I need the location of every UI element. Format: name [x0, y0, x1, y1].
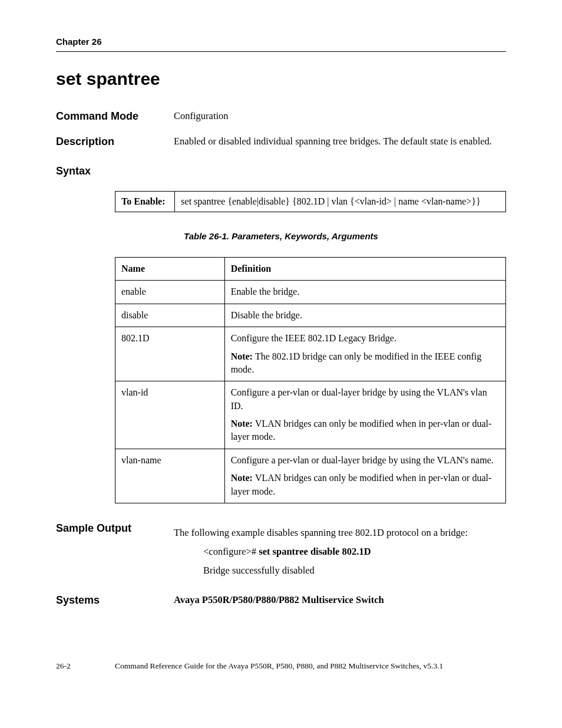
param-definition-text: Configure a per-vlan or dual-layer bridg…	[231, 386, 500, 413]
sample-output-row: Sample Output The following example disa…	[56, 521, 506, 582]
sample-output-result: Bridge successfully disabled	[203, 564, 506, 578]
table-row: enableEnable the bridge.	[115, 281, 506, 304]
footer-page: 26-2	[56, 661, 115, 672]
systems-value: Avaya P550R/P580/P880/P882 Multiservice …	[174, 593, 506, 607]
param-note: Note: VLAN bridges can only be modified …	[231, 472, 500, 498]
param-definition-text: Configure a per-vlan or dual-layer bridg…	[231, 454, 500, 467]
chapter-header: Chapter 26	[56, 35, 506, 48]
footer-text: Command Reference Guide for the Avaya P5…	[115, 661, 443, 672]
sample-output-command-line: <configure># set spantree disable 802.1D	[203, 545, 506, 559]
param-note: Note: The 802.1D bridge can only be modi…	[231, 350, 500, 377]
note-label: Note:	[231, 351, 255, 361]
command-mode-label: Command Mode	[56, 109, 174, 124]
syntax-row: To Enable: set spantree {enable|disable}…	[115, 191, 506, 212]
table-row: disableDisable the bridge.	[115, 304, 506, 327]
description-value: Enabled or disabled individual spanning …	[174, 134, 506, 149]
table-caption: Table 26-1. Parameters, Keywords, Argume…	[56, 230, 506, 242]
param-definition-text: Enable the bridge.	[231, 285, 500, 298]
sample-output-prompt: <configure>#	[203, 546, 259, 557]
param-definition-text: Disable the bridge.	[231, 309, 500, 322]
note-text: VLAN bridges can only be modified when i…	[231, 419, 492, 442]
param-definition: Enable the bridge.	[224, 281, 505, 304]
table-row: vlan-nameConfigure a per-vlan or dual-la…	[115, 449, 506, 503]
param-definition: Disable the bridge.	[224, 304, 505, 327]
header-rule	[56, 51, 506, 52]
params-header-row: Name Definition	[115, 257, 506, 280]
param-definition: Configure a per-vlan or dual-layer bridg…	[224, 449, 505, 503]
command-mode-row: Command Mode Configuration	[56, 109, 506, 124]
command-mode-value: Configuration	[174, 109, 506, 123]
param-name: vlan-name	[115, 449, 225, 503]
param-definition-text: Configure the IEEE 802.1D Legacy Bridge.	[231, 332, 500, 345]
sample-output-command: set spantree disable 802.1D	[259, 546, 371, 557]
params-header-definition: Definition	[224, 257, 505, 280]
syntax-row-value: set spantree {enable|disable} {802.1D | …	[175, 191, 506, 212]
param-definition: Configure a per-vlan or dual-layer bridg…	[224, 381, 505, 449]
note-label: Note:	[231, 473, 255, 483]
param-name: vlan-id	[115, 381, 225, 449]
systems-row: Systems Avaya P550R/P580/P880/P882 Multi…	[56, 593, 506, 608]
syntax-table: To Enable: set spantree {enable|disable}…	[115, 191, 506, 212]
sample-output-content: The following example disables spanning …	[174, 521, 506, 582]
param-note: Note: VLAN bridges can only be modified …	[231, 417, 500, 444]
syntax-label: Syntax	[56, 164, 506, 179]
description-label: Description	[56, 134, 174, 149]
param-name: 802.1D	[115, 327, 225, 381]
param-name: enable	[115, 281, 225, 304]
params-table: Name Definition enableEnable the bridge.…	[115, 257, 506, 503]
table-row: vlan-idConfigure a per-vlan or dual-laye…	[115, 381, 506, 449]
sample-output-label: Sample Output	[56, 521, 174, 536]
footer: 26-2 Command Reference Guide for the Ava…	[56, 661, 506, 672]
param-definition: Configure the IEEE 802.1D Legacy Bridge.…	[224, 327, 505, 381]
note-text: The 802.1D bridge can only be modified i…	[231, 351, 482, 374]
params-header-name: Name	[115, 257, 225, 280]
param-name: disable	[115, 304, 225, 327]
sample-output-intro: The following example disables spanning …	[174, 526, 506, 540]
note-text: VLAN bridges can only be modified when i…	[231, 473, 492, 496]
command-title: set spantree	[56, 67, 506, 91]
table-row: 802.1DConfigure the IEEE 802.1D Legacy B…	[115, 327, 506, 381]
note-label: Note:	[231, 419, 255, 429]
syntax-row-label: To Enable:	[115, 191, 175, 212]
description-row: Description Enabled or disabled individu…	[56, 134, 506, 149]
systems-label: Systems	[56, 593, 174, 608]
